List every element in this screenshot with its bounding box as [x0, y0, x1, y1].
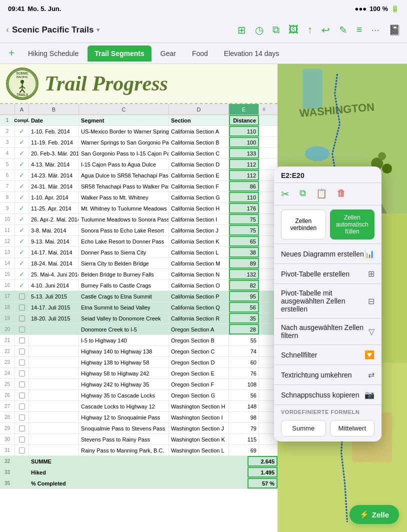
- table-row: 18 14-17. Juli 2015 Etna Summit to Seiad…: [0, 302, 278, 313]
- merge-cells-button[interactable]: Zellen verbinden: [281, 210, 326, 240]
- tab-food[interactable]: Food: [185, 46, 215, 62]
- cell-checkbox[interactable]: [15, 412, 29, 422]
- cell-section: California Section F: [169, 181, 229, 192]
- sum-check: [15, 456, 29, 466]
- book-icon[interactable]: 📓: [388, 24, 401, 36]
- cell-checkbox[interactable]: ✓: [15, 203, 29, 214]
- cell-section: Oregon Section D: [169, 357, 229, 368]
- cell-checkbox[interactable]: ✓: [15, 170, 29, 180]
- cell-checkbox[interactable]: [15, 379, 29, 390]
- cell-checkbox[interactable]: [15, 423, 29, 434]
- back-icon[interactable]: ‹: [6, 24, 9, 35]
- copy-action-button[interactable]: ⧉: [300, 188, 306, 200]
- col-b[interactable]: B: [29, 104, 79, 114]
- undo-icon[interactable]: ↩: [322, 24, 330, 36]
- pen-icon[interactable]: ✎: [339, 24, 348, 36]
- cell-checkbox[interactable]: [15, 324, 29, 334]
- cell-checkbox[interactable]: ✓: [15, 137, 29, 148]
- cell-checkbox[interactable]: ✓: [15, 181, 29, 192]
- row-num: 11: [0, 225, 15, 236]
- menu-icon[interactable]: ≡: [356, 24, 362, 36]
- tab-gear[interactable]: Gear: [154, 46, 183, 62]
- tab-elevation[interactable]: Elevation 14 days: [217, 46, 286, 62]
- share-icon[interactable]: ↑: [308, 24, 312, 36]
- delete-button[interactable]: 🗑: [337, 188, 346, 200]
- cell-checkbox[interactable]: [15, 390, 29, 400]
- clock-icon[interactable]: ◷: [255, 24, 264, 36]
- quick-filter-item[interactable]: Schnellfilter 🔽: [274, 345, 382, 365]
- unchecked-box: [19, 404, 25, 410]
- document-title: Scenic Pacific Trails: [12, 25, 94, 35]
- zelle-button[interactable]: ⚡ Zelle: [350, 505, 399, 524]
- row-num: 26: [0, 390, 15, 400]
- dots-icon[interactable]: ···: [371, 24, 380, 36]
- cell-checkbox[interactable]: [15, 401, 29, 412]
- title-chevron[interactable]: ▾: [96, 26, 100, 34]
- cell-distance: 56: [229, 302, 259, 312]
- col-a[interactable]: A: [15, 104, 29, 114]
- table-icon[interactable]: ⊞: [238, 24, 246, 36]
- cell-distance: 98: [229, 412, 259, 422]
- cell-checkbox[interactable]: [15, 434, 29, 444]
- cell-checkbox[interactable]: [15, 346, 29, 356]
- cell-checkbox[interactable]: ✓: [15, 148, 29, 158]
- autofill-button[interactable]: Zellen automatisch füllen: [330, 210, 375, 240]
- col-e[interactable]: E: [229, 104, 259, 114]
- cell-checkbox[interactable]: [15, 357, 29, 368]
- avg-formula-button[interactable]: Mittelwert: [330, 420, 375, 436]
- cell-checkbox[interactable]: ✓: [15, 258, 29, 268]
- cell-checkbox[interactable]: ✓: [15, 192, 29, 202]
- filter-item[interactable]: Nach ausgewählten Zellen filtern ▽: [274, 318, 382, 345]
- cell-checkbox[interactable]: [15, 291, 29, 302]
- cell-date: [29, 412, 79, 422]
- cell-checkbox[interactable]: [15, 335, 29, 346]
- cell-checkbox[interactable]: ✓: [15, 269, 29, 280]
- reverse-item[interactable]: Textrichtung umkehren ⇄: [274, 365, 382, 385]
- paste-button[interactable]: 📋: [316, 188, 327, 200]
- cell-date: 4-13. Mär. 2014: [29, 159, 79, 170]
- cell-distance: 133: [229, 148, 259, 158]
- snapshot-item[interactable]: Schnappschuss kopieren 📷: [274, 385, 382, 405]
- cell-section: California Section N: [169, 269, 229, 280]
- row-num: 3: [0, 137, 15, 148]
- quick-filter-icon: 🔽: [364, 350, 374, 360]
- cell-date: 11-25. Apr. 2014: [29, 203, 79, 214]
- cell-checkbox[interactable]: ✓: [15, 126, 29, 136]
- cell-section: California Section J: [169, 225, 229, 236]
- delete-icon: 🗑: [337, 188, 346, 198]
- copy-icon[interactable]: ⧉: [272, 24, 280, 36]
- cell-segment: Donomore Creek to I-5: [79, 324, 169, 334]
- cell-checkbox[interactable]: [15, 445, 29, 456]
- tab-hiking[interactable]: Hiking Schedule: [21, 46, 86, 62]
- pivot-selected-item[interactable]: Pivot-Tabelle mit ausgewählten Zellen er…: [274, 284, 382, 318]
- cell-checkbox[interactable]: ✓: [15, 159, 29, 170]
- cell-checkbox[interactable]: [15, 302, 29, 312]
- col-d[interactable]: D: [169, 104, 229, 114]
- cell-checkbox[interactable]: ✓: [15, 280, 29, 290]
- col-c[interactable]: C: [79, 104, 169, 114]
- cell-checkbox[interactable]: ✓: [15, 225, 29, 236]
- tab-trail-segments[interactable]: Trail Segments: [88, 46, 152, 62]
- row-num: 31: [0, 445, 15, 456]
- cut-button[interactable]: ✂: [281, 188, 290, 200]
- cell-distance: 75: [229, 214, 259, 224]
- image-icon[interactable]: 🖼: [288, 24, 298, 36]
- cell-checkbox[interactable]: [15, 368, 29, 378]
- cell-checkbox[interactable]: [15, 313, 29, 324]
- add-tab-button[interactable]: +: [4, 46, 19, 61]
- sum-formula-button[interactable]: Summe: [281, 420, 326, 436]
- new-chart-item[interactable]: Neues Diagramm erstellen 📊: [274, 244, 382, 264]
- cell-checkbox[interactable]: ✓: [15, 214, 29, 224]
- cell-checkbox[interactable]: ✓: [15, 236, 29, 246]
- predefined-section-title: VORDEFINIERTE FORMELN: [274, 405, 382, 417]
- cell-segment: Etna Summit to Seiad Valley: [79, 302, 169, 312]
- pivot-item[interactable]: Pivot-Tabelle erstellen ⊞: [274, 264, 382, 284]
- cell-distance: 76: [229, 368, 259, 378]
- cell-checkbox[interactable]: ✓: [15, 247, 29, 258]
- row-num-spacer: [0, 104, 15, 114]
- cell-date: 9-13. Mai. 2014: [29, 236, 79, 246]
- cell-distance: 35: [229, 313, 259, 324]
- row-num: 30: [0, 434, 15, 444]
- cell-date: 4-10. Juni 2014: [29, 280, 79, 290]
- cell-segment: Highway 138 to Highway 58: [79, 357, 169, 368]
